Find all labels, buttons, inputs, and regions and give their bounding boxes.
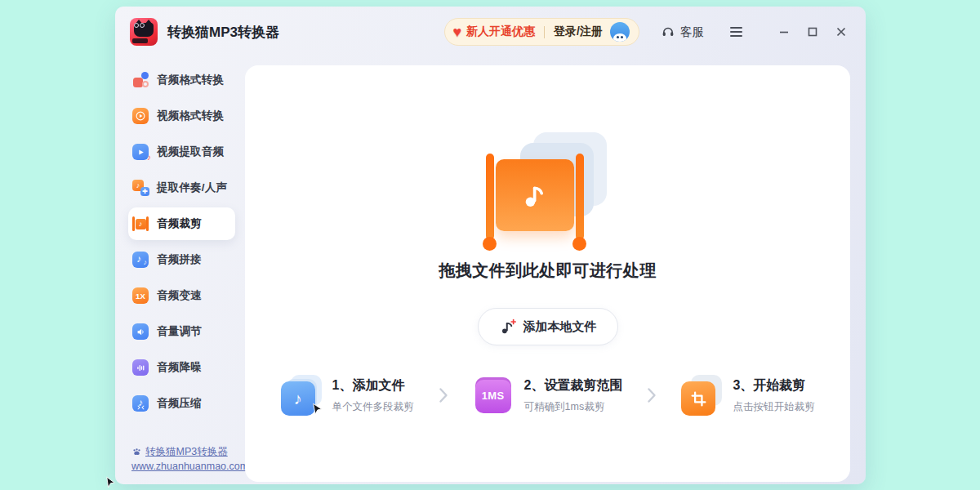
titlebar: 转换猫MP3转换器 ♥ 新人开通优惠 登录/注册 客服 [115,7,866,57]
app-logo-icon [130,18,158,46]
sidebar-item-extract-vocal[interactable]: ♪✚ 提取伴奏/人声 [128,172,235,204]
dropzone-title: 拖拽文件到此处即可进行处理 [439,260,657,282]
compress-icon: ♪ [132,395,149,412]
sidebar-item-video-format[interactable]: 视频格式转换 [128,100,235,132]
support-button[interactable]: 客服 [661,24,704,40]
step2-subtitle: 可精确到1ms裁剪 [524,400,623,414]
login-register-link[interactable]: 登录/注册 [554,24,603,39]
extract-vocal-icon: ♪✚ [132,180,149,196]
add-file-step-icon: ♪ [281,375,322,416]
step1-title: 1、添加文件 [332,377,414,394]
audio-cut-illustration-icon [486,132,610,252]
audio-speed-icon: 1X [132,287,149,304]
audio-join-icon: ♪♪ [132,252,149,268]
pill-divider [544,26,545,38]
sidebar-item-audio-speed[interactable]: 1X 音频变速 [128,279,235,312]
mouse-cursor [105,476,117,490]
paw-icon [131,447,142,457]
cursor-arrow-icon [311,403,324,419]
promo-login-pill: ♥ 新人开通优惠 登录/注册 [444,18,639,46]
step-set-range: 1MS 2、设置裁剪范围 可精确到1ms裁剪 [473,375,623,416]
step3-title: 3、开始裁剪 [733,377,814,394]
promo-link[interactable]: 新人开通优惠 [466,24,535,39]
maximize-button[interactable] [802,21,823,42]
add-local-file-button[interactable]: 添加本地文件 [478,308,618,345]
app-window: 转换猫MP3转换器 ♥ 新人开通优惠 登录/注册 客服 [115,7,866,484]
sidebar: 音频格式转换 视频格式转换 ♪ 视频提取音频 ♪✚ 提取伴奏/人声 ♪ [115,57,245,484]
sidebar-item-video-extract-audio[interactable]: ♪ 视频提取音频 [128,136,235,168]
sidebar-footer: 转换猫MP3转换器 www.zhuanhuanmao.com [131,444,248,474]
volume-icon [132,323,149,340]
set-range-step-icon: 1MS [473,375,514,416]
sidebar-item-compress[interactable]: ♪ 音频压缩 [128,387,235,420]
chevron-right-icon [647,387,657,403]
chevron-right-icon [439,387,448,403]
video-format-icon [132,108,149,124]
headset-icon [661,24,675,39]
sidebar-item-audio-join[interactable]: ♪♪ 音频拼接 [128,243,235,276]
minimize-button[interactable] [773,21,795,42]
steps-row: ♪ 1、添加文件 单个文件多段裁剪 1MS 2、设置裁剪范围 [281,375,815,416]
step-add-file: ♪ 1、添加文件 单个文件多段裁剪 [281,375,414,416]
footer-site-link[interactable]: www.zhuanhuanmao.com [131,459,248,474]
add-music-icon [499,318,516,336]
user-avatar[interactable] [610,22,630,42]
menu-button[interactable] [727,24,746,40]
close-button[interactable] [831,21,852,42]
video-extract-audio-icon: ♪ [132,144,149,160]
window-title: 转换猫MP3转换器 [167,23,279,42]
step3-subtitle: 点击按钮开始裁剪 [733,400,814,414]
dropzone-panel[interactable]: 拖拽文件到此处即可进行处理 添加本地文件 ♪ [245,65,850,482]
step-start-cut: 3、开始裁剪 点击按钮开始裁剪 [681,375,814,416]
sidebar-item-denoise[interactable]: 音频降噪 [128,351,235,384]
support-label: 客服 [680,24,704,40]
sidebar-item-audio-format[interactable]: 音频格式转换 [128,64,235,96]
step2-title: 2、设置裁剪范围 [524,377,623,394]
audio-format-icon [132,72,149,88]
heart-badge-icon: ♥ [452,24,461,39]
audio-cut-icon: ♪ [132,216,149,232]
footer-app-link[interactable]: 转换猫MP3转换器 [145,444,228,459]
start-cut-step-icon [681,375,722,416]
add-local-file-label: 添加本地文件 [523,319,597,335]
sidebar-item-volume[interactable]: 音量调节 [128,315,235,348]
denoise-icon [132,359,149,376]
step1-subtitle: 单个文件多段裁剪 [332,400,414,414]
sidebar-item-audio-cut[interactable]: ♪ 音频裁剪 [128,207,235,240]
